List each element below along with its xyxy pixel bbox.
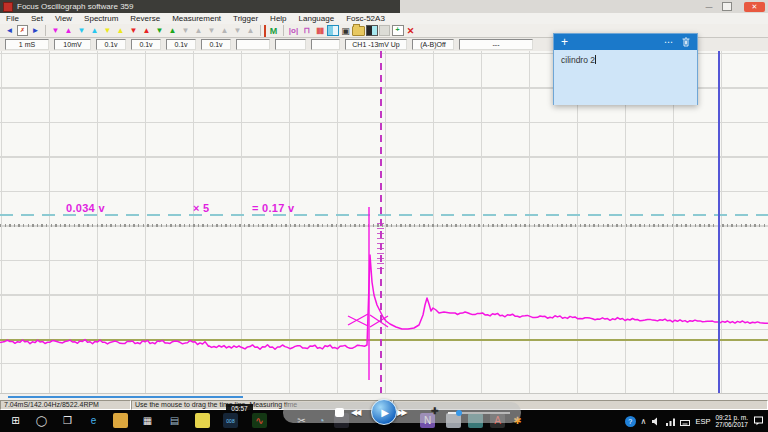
ch1-scale-field[interactable]: 0.1v	[96, 39, 126, 50]
action-center-icon[interactable]	[753, 416, 764, 426]
file-explorer-icon[interactable]	[113, 413, 128, 428]
extra-field[interactable]: ---	[459, 39, 533, 50]
note-menu-icon[interactable]: ⋯	[664, 37, 682, 47]
pulse-icon[interactable]: ⊓	[300, 25, 313, 37]
clear-icon[interactable]: ✕	[404, 25, 417, 37]
trigger-triangle-up-4[interactable]: ▲	[140, 26, 153, 35]
trigger-field[interactable]: CH1 -13mV Up	[345, 39, 407, 50]
menu-item-spectrum[interactable]: Spectrum	[78, 14, 124, 23]
trigger-triangle-up-1[interactable]: ▲	[62, 26, 75, 35]
fast-forward-button[interactable]: ▶▶	[397, 408, 405, 417]
document-app-icon[interactable]: ▤	[167, 413, 182, 428]
trigger-triangle-down-7[interactable]: ▼	[205, 26, 218, 35]
time-cursor-line[interactable]	[380, 51, 382, 393]
rewind-button[interactable]: ◀◀	[351, 408, 359, 417]
trigger-triangle-down-2[interactable]: ▼	[75, 26, 88, 35]
start-button[interactable]: ⊞	[8, 413, 23, 428]
note-text: cilindro 2	[561, 55, 595, 65]
ch3-scale-field[interactable]: 0.1v	[166, 39, 196, 50]
menu-item-trigger[interactable]: Trigger	[227, 14, 264, 23]
sticky-note[interactable]: + ⋯ cilindro 2	[553, 33, 698, 105]
trigger-triangle-up-2[interactable]: ▲	[88, 26, 101, 35]
trigger-triangle-down-1[interactable]: ▼	[49, 26, 62, 35]
note-delete-icon[interactable]	[682, 37, 697, 47]
trigger-triangle-down-5[interactable]: ▼	[153, 26, 166, 35]
trigger-triangle-up-7[interactable]: ▲	[218, 26, 231, 35]
open-folder-icon[interactable]	[352, 26, 365, 36]
menu-item-set[interactable]: Set	[25, 14, 49, 23]
toolbar-separator	[260, 25, 261, 36]
menu-item-file[interactable]: File	[0, 14, 25, 23]
trigger-triangle-down-3[interactable]: ▼	[101, 26, 114, 35]
minimize-button[interactable]: —	[702, 2, 716, 11]
sticky-note-header: + ⋯	[554, 34, 697, 50]
tray-help-icon[interactable]: ?	[625, 416, 636, 427]
note-text-area[interactable]: cilindro 2	[554, 50, 697, 105]
speaker-icon[interactable]	[651, 412, 661, 430]
aux-field-2[interactable]	[275, 39, 306, 50]
pan-right-icon[interactable]: ►	[29, 25, 42, 37]
trigger-triangle-down-4[interactable]: ▼	[127, 26, 140, 35]
store-icon[interactable]: ▦	[140, 413, 155, 428]
oscilloscope-app-icon[interactable]: ∿	[252, 413, 267, 428]
aux-field-3[interactable]	[311, 39, 340, 50]
task-view-icon[interactable]: ❐	[60, 413, 75, 428]
menu-item-view[interactable]: View	[49, 14, 78, 23]
trigger-triangle-up-8[interactable]: ▲	[244, 26, 257, 35]
multiplier-label: × 5	[193, 202, 210, 214]
loop-icon[interactable]: |o|	[287, 25, 300, 37]
keyboard-icon[interactable]	[680, 412, 690, 430]
edge-icon[interactable]: e	[86, 413, 101, 428]
pause-icon[interactable]: ▮▮	[313, 25, 326, 37]
search-cortana-icon[interactable]: ◯	[34, 413, 49, 428]
trigger-triangles: ▼▲▼▲▼▲▼▲▼▲▼▲▼▲▼▲	[49, 26, 257, 35]
trigger-triangle-up-3[interactable]: ▲	[114, 26, 127, 35]
trigger-triangle-down-8[interactable]: ▼	[231, 26, 244, 35]
blue-marker-line[interactable]	[718, 51, 720, 393]
pan-left-icon[interactable]: ◄	[3, 25, 16, 37]
menu-item-language[interactable]: Language	[293, 14, 341, 23]
menu-item-measurement[interactable]: Measurement	[166, 14, 227, 23]
ab-mode-field[interactable]: (A-B)Off	[412, 39, 454, 50]
xy-mode-icon[interactable]: ✗	[17, 25, 28, 36]
language-indicator[interactable]: ESP	[695, 417, 710, 426]
volume-icon[interactable]: ✚	[431, 406, 439, 416]
aux-field-1[interactable]	[236, 39, 270, 50]
app-008-icon[interactable]: 008	[223, 413, 238, 428]
window-view-icon[interactable]	[327, 25, 339, 36]
trigger-triangle-up-6[interactable]: ▲	[192, 26, 205, 35]
timebase-field[interactable]: 1 mS	[5, 39, 49, 50]
ch2-scale-field[interactable]: 0.1v	[131, 39, 161, 50]
result-value-label: = 0.17 v	[252, 202, 294, 214]
contrast-icon[interactable]	[366, 25, 378, 36]
clock[interactable]: 09:21 p. m. 27/06/2017	[715, 414, 748, 429]
app-icon	[3, 2, 13, 12]
stop-button[interactable]	[335, 408, 344, 417]
menu-item-help[interactable]: Help	[264, 14, 292, 23]
menu-bar: FileSetViewSpectrumReverseMeasurementTri…	[0, 13, 768, 24]
run-icon[interactable]: M	[264, 25, 280, 37]
play-button[interactable]: ▶	[371, 399, 397, 425]
menu-item-fosc-52a3[interactable]: Fosc-52A3	[340, 14, 391, 23]
ch4-scale-field[interactable]: 0.1v	[201, 39, 231, 50]
media-osd: ◀◀ ▶ ▶▶ ✚	[283, 402, 521, 423]
save-icon[interactable]: ▣	[339, 25, 352, 37]
close-button[interactable]: ✕	[744, 2, 765, 12]
network-icon[interactable]	[666, 412, 675, 430]
clock-date: 27/06/2017	[715, 421, 748, 428]
title-bar: Focus Oscillograph software 359 — ✕	[0, 0, 768, 13]
trigger-triangle-down-6[interactable]: ▼	[179, 26, 192, 35]
cursor-value-label: 0.034 v	[66, 202, 105, 214]
trigger-triangle-up-5[interactable]: ▲	[166, 26, 179, 35]
note-add-icon[interactable]: +	[554, 35, 568, 49]
tray-chevron-icon[interactable]: ∧	[641, 417, 647, 426]
scrollbar-thumb[interactable]	[8, 396, 243, 398]
clock-time: 09:21 p. m.	[715, 414, 748, 421]
sticky-notes-app-icon[interactable]	[195, 413, 210, 428]
new-window-icon[interactable]: +	[392, 25, 404, 36]
restore-button[interactable]	[722, 2, 732, 11]
waveform-trace	[0, 255, 768, 349]
menu-item-reverse[interactable]: Reverse	[124, 14, 166, 23]
volume-knob[interactable]	[456, 410, 462, 416]
volts-per-div-field[interactable]: 10mV	[54, 39, 91, 50]
